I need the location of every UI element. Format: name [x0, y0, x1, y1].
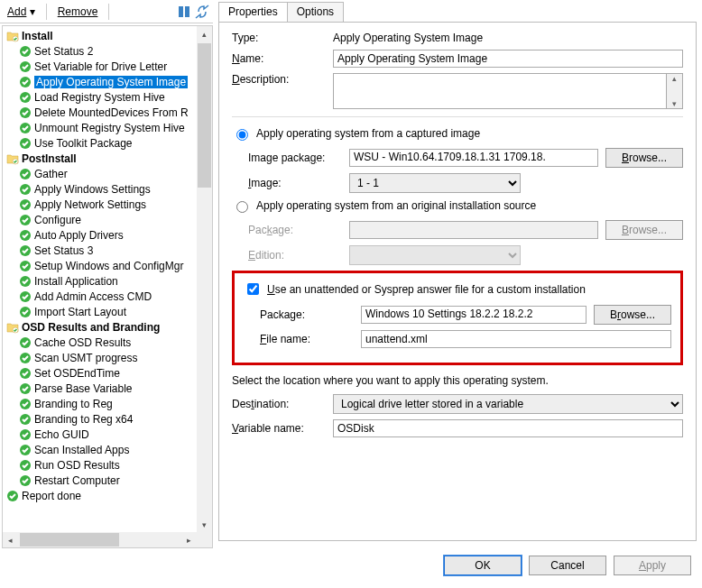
edition-label-disabled: Edition:	[248, 249, 349, 262]
tree-item-label: Add Admin Access CMD	[34, 290, 152, 303]
description-label: Description:	[232, 73, 333, 86]
tree-item-label: Load Registry System Hive	[34, 91, 165, 104]
use-unattend-label: Use an unattended or Sysprep answer file…	[267, 283, 586, 296]
browse-image-package-button[interactable]: Browse...	[605, 148, 683, 168]
tree-item[interactable]: Import Start Layout	[5, 304, 212, 319]
toolbar-icon-1[interactable]	[177, 5, 191, 19]
tree-item[interactable]: Use Toolkit Package	[5, 135, 212, 151]
filename-input[interactable]	[361, 330, 671, 348]
tree-item-label: Configure	[34, 214, 81, 226]
tree-group-label: PostInstall	[22, 152, 77, 165]
tree-item[interactable]: Set Variable for Drive Letter	[5, 59, 212, 74]
tab-strip: Properties Options	[218, 2, 697, 22]
tree-item-label: Echo GUID	[34, 428, 89, 441]
tree-item[interactable]: Install Application	[5, 273, 212, 289]
tree-group-label: Install	[22, 30, 53, 42]
tree-item-label: Parse Base Variable	[34, 382, 133, 395]
add-button[interactable]: Add ▾	[4, 4, 39, 20]
tree-item[interactable]: Restart Computer	[5, 473, 212, 488]
tree-item-label: Setup Windows and ConfigMgr	[34, 260, 183, 272]
tree-item-label: Scan Installed Apps	[34, 444, 129, 456]
tree-group[interactable]: OSD Results and Branding	[5, 319, 212, 335]
tree-item-label: Set OSDEndTime	[34, 367, 120, 380]
tree-item-label: Apply Windows Settings	[34, 183, 151, 196]
tree-item[interactable]: Unmount Registry System Hive	[5, 120, 212, 135]
horizontal-scrollbar[interactable]: ◂ ▸	[3, 532, 197, 547]
tree-item-label: Gather	[34, 168, 68, 180]
tree-item[interactable]: Apply Network Settings	[5, 197, 212, 212]
tree-item[interactable]: Delete MountedDevices From R	[5, 105, 212, 120]
radio-original-source[interactable]	[236, 201, 248, 213]
description-scrollbar[interactable]: ▴▾	[667, 73, 683, 109]
toolbar-icon-2[interactable]	[195, 5, 209, 19]
browse-package-button-disabled: Browse...	[605, 220, 683, 240]
tree-item-label: Branding to Reg x64	[34, 413, 133, 426]
tree-item[interactable]: Set OSDEndTime	[5, 365, 212, 381]
destination-select[interactable]: Logical drive letter stored in a variabl…	[333, 394, 683, 414]
tree-item-label: Delete MountedDevices From R	[34, 106, 189, 119]
radio-original-label: Apply operating system from an original …	[256, 199, 536, 212]
tree-item[interactable]: Load Registry System Hive	[5, 89, 212, 105]
tree-item[interactable]: Add Admin Access CMD	[5, 289, 212, 304]
destination-label: Destination:	[232, 398, 333, 410]
tree-item-label: Apply Network Settings	[34, 198, 146, 211]
tree-item-label: Import Start Layout	[34, 306, 126, 318]
remove-button[interactable]: Remove	[54, 4, 102, 20]
unattend-package-label: Package:	[260, 308, 361, 321]
tree-item[interactable]: Apply Operating System Image	[5, 74, 212, 89]
tree-item[interactable]: Parse Base Variable	[5, 381, 212, 396]
tree-item[interactable]: Run OSD Results	[5, 457, 212, 473]
description-input[interactable]	[333, 73, 667, 109]
tree-group[interactable]: PostInstall	[5, 151, 212, 166]
tree-item-label: Scan USMT progress	[34, 352, 138, 364]
browse-unattend-package-button[interactable]: Browse...	[594, 305, 671, 325]
image-label: Image:	[248, 177, 349, 189]
destination-intro: Select the location where you want to ap…	[232, 374, 683, 387]
tree-item[interactable]: Auto Apply Drivers	[5, 227, 212, 243]
variable-name-input[interactable]	[333, 419, 683, 437]
tree-item-label: Set Variable for Drive Letter	[34, 60, 167, 73]
tree-item-label: Cache OSD Results	[34, 336, 131, 349]
tree-item[interactable]: Apply Windows Settings	[5, 181, 212, 197]
tree-item-label: Restart Computer	[34, 474, 120, 487]
tree-item[interactable]: Branding to Reg	[5, 396, 212, 411]
use-unattend-checkbox[interactable]	[247, 283, 259, 295]
tree-view[interactable]: InstallSet Status 2Set Variable for Driv…	[2, 25, 213, 548]
radio-captured-image[interactable]	[236, 129, 248, 141]
tree-item[interactable]: Cache OSD Results	[5, 335, 212, 350]
vertical-scrollbar[interactable]: ▴ ▾	[197, 26, 212, 532]
apply-button: Apply	[614, 556, 691, 575]
tree-item[interactable]: Report done	[5, 488, 212, 503]
type-value: Apply Operating System Image	[333, 32, 483, 44]
properties-panel: Type: Apply Operating System Image Name:…	[218, 22, 697, 541]
tree-item[interactable]: Configure	[5, 212, 212, 227]
tree-group-label: OSD Results and Branding	[22, 321, 160, 334]
tree-item[interactable]: Setup Windows and ConfigMgr	[5, 258, 212, 273]
image-select[interactable]: 1 - 1	[349, 173, 521, 193]
tree-item-label: Apply Operating System Image	[34, 76, 188, 88]
tree-item[interactable]: Set Status 2	[5, 43, 212, 59]
tree-item[interactable]: Gather	[5, 166, 212, 181]
left-panel: Add ▾ Remove InstallSet Status 2Set Vari…	[0, 0, 213, 548]
ok-button[interactable]: OK	[444, 556, 522, 575]
tree-item-label: Set Status 2	[34, 45, 93, 58]
cancel-button[interactable]: Cancel	[529, 556, 606, 575]
tab-options[interactable]: Options	[287, 2, 344, 22]
tree-item[interactable]: Branding to Reg x64	[5, 411, 212, 427]
toolbar: Add ▾ Remove	[0, 0, 213, 23]
tree-group[interactable]: Install	[5, 28, 212, 43]
tree-item-label: Auto Apply Drivers	[34, 229, 124, 242]
tree-item-label: Unmount Registry System Hive	[34, 122, 185, 134]
svg-rect-0	[179, 6, 183, 17]
image-package-label: Image package:	[248, 152, 349, 164]
tree-item[interactable]: Echo GUID	[5, 427, 212, 442]
tree-item[interactable]: Set Status 3	[5, 243, 212, 258]
name-input[interactable]	[333, 50, 683, 68]
tree-item-label: Report done	[22, 490, 81, 502]
tree-item[interactable]: Scan USMT progress	[5, 350, 212, 365]
radio-captured-label: Apply operating system from a captured i…	[256, 127, 480, 140]
tree-item[interactable]: Scan Installed Apps	[5, 442, 212, 457]
tab-properties[interactable]: Properties	[218, 2, 288, 22]
tree-item-label: Run OSD Results	[34, 459, 120, 472]
tree-item-label: Install Application	[34, 275, 118, 288]
